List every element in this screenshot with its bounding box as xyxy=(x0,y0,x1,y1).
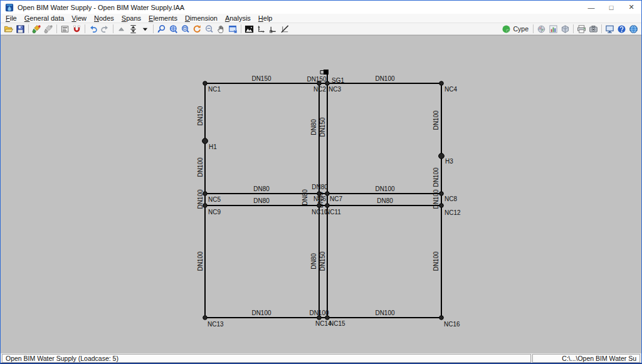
node-NC16[interactable] xyxy=(439,316,444,320)
node-label-NC12: NC12 xyxy=(445,209,461,216)
pipe-label: DN100 xyxy=(375,75,395,82)
node-NC4[interactable] xyxy=(439,81,444,86)
status-filepath: C:\...\Open BIM Water Su xyxy=(532,354,640,363)
dropdown-icon[interactable] xyxy=(139,24,151,34)
node-label-NC2: NC2 xyxy=(313,86,326,93)
cype-button[interactable]: Cype xyxy=(499,24,531,34)
pipe-label: DN80 xyxy=(302,189,308,205)
node-NC14[interactable] xyxy=(317,316,322,320)
node-H3[interactable] xyxy=(439,153,445,159)
render-icon[interactable] xyxy=(535,24,547,34)
title-bar: Open BIM Water Supply - Open BIM Water S… xyxy=(1,1,641,14)
pipe-label: DN100 xyxy=(433,189,439,209)
zoom-orbit-icon[interactable] xyxy=(155,24,167,34)
pan-icon[interactable] xyxy=(215,24,227,34)
save-icon[interactable] xyxy=(14,24,26,34)
zoom-extents-icon[interactable] xyxy=(167,24,179,34)
zoom-window-icon[interactable] xyxy=(179,24,191,34)
toolbar-separator xyxy=(533,24,534,33)
menu-general-data[interactable]: General data xyxy=(21,14,68,22)
node-label-NC6: NC6 xyxy=(313,195,326,202)
redraw-icon[interactable] xyxy=(191,24,203,34)
node-NC10[interactable] xyxy=(317,204,322,208)
node-NC7[interactable] xyxy=(325,192,330,196)
resources-gray-icon[interactable] xyxy=(43,24,55,34)
node-NC2[interactable] xyxy=(317,81,322,86)
image-icon[interactable] xyxy=(243,24,255,34)
print-icon[interactable] xyxy=(576,24,587,34)
model3d-icon[interactable] xyxy=(559,24,571,34)
expand-vertical-icon[interactable] xyxy=(127,24,139,34)
maximize-button[interactable]: □ xyxy=(601,1,621,14)
node-label-H1: H1 xyxy=(209,143,217,150)
redo-icon[interactable] xyxy=(99,24,111,34)
close-button[interactable]: ✕ xyxy=(621,1,641,14)
menu-nodes[interactable]: Nodes xyxy=(90,14,118,22)
node-label-H3: H3 xyxy=(445,158,453,165)
pipe-label: DN150 xyxy=(319,251,326,271)
pipe-label: DN100 xyxy=(433,110,439,130)
window-controls: — □ ✕ xyxy=(581,1,641,14)
monitor-icon[interactable] xyxy=(604,24,616,34)
toolbar-separator xyxy=(28,24,29,33)
pipe-label: DN80 xyxy=(253,197,270,204)
toolbar-separator xyxy=(56,24,57,33)
chart-icon[interactable] xyxy=(547,24,559,34)
web-icon[interactable] xyxy=(628,24,639,34)
detail-window-icon[interactable] xyxy=(227,24,239,34)
menu-dimension[interactable]: Dimension xyxy=(181,14,221,22)
axes-off-icon[interactable] xyxy=(279,24,291,34)
node-NC5[interactable] xyxy=(203,192,208,196)
snapshot-icon[interactable] xyxy=(587,24,599,34)
pipe-label: DN80 xyxy=(377,197,393,204)
node-NC11[interactable] xyxy=(325,204,330,208)
menu-spans[interactable]: Spans xyxy=(118,14,145,22)
pipe-label: DN100 xyxy=(251,309,271,316)
node-NC15[interactable] xyxy=(325,316,330,320)
bbs-icon[interactable] xyxy=(59,24,71,34)
node-NC3[interactable] xyxy=(325,81,330,86)
menu-view[interactable]: View xyxy=(68,14,90,22)
toolbar: Cype xyxy=(1,23,641,35)
window-title: Open BIM Water Supply - Open BIM Water S… xyxy=(18,4,184,11)
pipe-label: DN100 xyxy=(375,185,395,192)
node-label-NC3: NC3 xyxy=(329,86,341,93)
toolbar-separator xyxy=(85,24,85,33)
minimize-button[interactable]: — xyxy=(581,1,601,14)
node-NC8[interactable] xyxy=(439,192,444,196)
network-diagram: DN150DN150DN100DN80DN80DN100DN80DN80DN10… xyxy=(1,36,642,354)
toolbar-separator xyxy=(113,24,113,33)
node-NC1[interactable] xyxy=(203,81,208,86)
pipe-label: DN100 xyxy=(433,167,439,187)
menu-analysis[interactable]: Analysis xyxy=(221,14,255,22)
node-label-NC15: NC15 xyxy=(329,320,345,327)
supply-symbol[interactable] xyxy=(324,70,329,75)
axes-icon[interactable] xyxy=(255,24,267,34)
node-label-NC16: NC16 xyxy=(444,321,460,328)
magnet-icon[interactable] xyxy=(71,24,83,34)
node-NC13[interactable] xyxy=(203,316,208,320)
node-label-NC13: NC13 xyxy=(208,321,224,328)
node-NC12[interactable] xyxy=(439,204,444,208)
node-H1[interactable] xyxy=(203,138,208,144)
menu-elements[interactable]: Elements xyxy=(145,14,181,22)
axes-origin-icon[interactable] xyxy=(267,24,279,34)
node-label-NC4: NC4 xyxy=(445,86,457,93)
collapse-up-icon[interactable] xyxy=(115,24,127,34)
help-icon[interactable] xyxy=(616,24,628,34)
pipe-label: DN80 xyxy=(253,185,270,192)
undo-icon[interactable] xyxy=(87,24,99,34)
toolbar-separator xyxy=(153,24,154,33)
menu-file[interactable]: File xyxy=(2,14,21,22)
cype-button-label: Cype xyxy=(513,25,529,33)
resources-color-icon[interactable] xyxy=(31,24,43,34)
pipe-label: DN100 xyxy=(375,309,395,316)
zoom-previous-icon[interactable] xyxy=(203,24,215,34)
pipe-label: DN100 xyxy=(433,251,439,271)
toolbar-separator xyxy=(601,24,602,33)
menu-help[interactable]: Help xyxy=(255,14,276,22)
open-icon[interactable] xyxy=(3,24,14,34)
node-label-NC7: NC7 xyxy=(330,195,342,202)
node-NC9[interactable] xyxy=(203,204,208,208)
drawing-canvas[interactable]: DN150DN150DN100DN80DN80DN100DN80DN80DN10… xyxy=(1,35,641,353)
